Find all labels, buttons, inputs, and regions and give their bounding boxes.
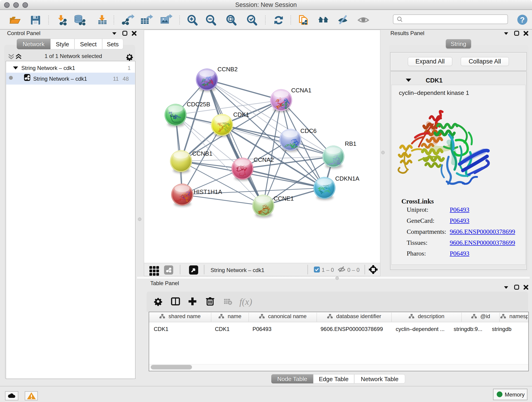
svg-text:CDKN1A: CDKN1A <box>335 175 360 182</box>
svg-text:CCNA1: CCNA1 <box>291 87 311 94</box>
svg-text:0 – 0: 0 – 0 <box>347 267 360 273</box>
svg-text:CDC25B: CDC25B <box>187 101 210 108</box>
svg-text:CCNE1: CCNE1 <box>273 195 294 202</box>
svg-text:CCNB1: CCNB1 <box>192 150 212 157</box>
svg-text:?: ? <box>520 15 525 24</box>
svg-text:RB1: RB1 <box>345 140 356 147</box>
svg-text:CDC6: CDC6 <box>300 128 317 134</box>
svg-text:1 – 0: 1 – 0 <box>322 267 334 273</box>
svg-text:String Network – cdk1: String Network – cdk1 <box>210 267 264 273</box>
svg-text:CDK1: CDK1 <box>233 111 249 118</box>
svg-text:f(x): f(x) <box>239 297 252 307</box>
svg-text:HIST1H1A: HIST1H1A <box>194 188 222 195</box>
svg-text:CCNB2: CCNB2 <box>217 66 238 73</box>
svg-text:CCNA2: CCNA2 <box>254 156 274 163</box>
